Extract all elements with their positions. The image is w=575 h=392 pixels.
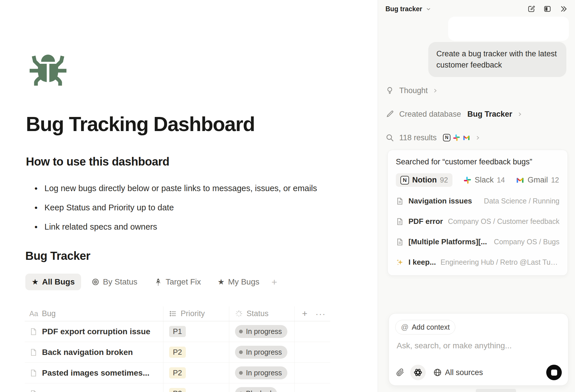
source-tab-count: 92 bbox=[440, 176, 448, 184]
agent-activity-list: Thought Created database Bug Tracker 118… bbox=[385, 79, 568, 149]
priority-cell[interactable]: P2 bbox=[163, 363, 229, 383]
priority-cell[interactable]: P1 bbox=[163, 321, 229, 342]
add-context-label: Add context bbox=[412, 323, 450, 331]
all-sources-button[interactable]: All sources bbox=[433, 368, 483, 377]
empty-cell bbox=[295, 321, 330, 342]
slack-logo bbox=[453, 134, 460, 141]
status-spinner-icon bbox=[235, 310, 243, 318]
composer-input[interactable]: Ask, search, or make anything... bbox=[397, 341, 512, 350]
stop-icon bbox=[551, 370, 557, 376]
chevron-down-icon[interactable] bbox=[426, 6, 431, 12]
status-cell[interactable]: In progress bbox=[229, 363, 295, 383]
panel-header: Bug tracker bbox=[378, 0, 575, 18]
status-cell[interactable]: In progress bbox=[229, 321, 295, 342]
view-tab-label: By Status bbox=[103, 277, 137, 287]
activity-value: Bug Tracker bbox=[467, 110, 512, 119]
view-tab-my-bugs[interactable]: ★ My Bugs bbox=[211, 274, 266, 290]
column-label: Bug bbox=[42, 309, 56, 318]
compose-icon[interactable] bbox=[527, 5, 535, 13]
globe-icon bbox=[433, 368, 442, 377]
search-result-row[interactable]: [Multiple Platforms][... Company OS / Bu… bbox=[396, 232, 559, 252]
empty-cell bbox=[295, 383, 330, 392]
priority-badge: P1 bbox=[169, 326, 186, 337]
bug-table: Aa Bug Priority Status bbox=[25, 306, 330, 392]
result-title: [Multiple Platforms][... bbox=[408, 237, 487, 246]
activity-search-results[interactable]: 118 results N bbox=[385, 126, 568, 149]
status-cell[interactable]: In progress bbox=[229, 342, 295, 362]
panel-toggle-icon[interactable] bbox=[543, 5, 551, 13]
search-result-row[interactable]: PDF error Company OS / Customer feedback bbox=[396, 211, 559, 232]
result-breadcrumb: Company OS / Bugs bbox=[494, 238, 559, 246]
status-dot-icon bbox=[239, 350, 243, 354]
status-label: In progress bbox=[246, 327, 282, 336]
bug-title-cell[interactable]: PDF export corruption issue bbox=[25, 321, 163, 342]
notion-logo: N bbox=[443, 134, 450, 141]
status-dot-icon bbox=[239, 371, 243, 375]
page-icon bbox=[29, 328, 37, 336]
gmail-logo bbox=[463, 134, 470, 142]
partially-scrolled-message bbox=[448, 17, 569, 41]
gmail-logo bbox=[516, 176, 524, 185]
column-label: Status bbox=[247, 309, 269, 318]
status-badge: In progress bbox=[235, 346, 287, 359]
column-header-status[interactable]: Status bbox=[229, 306, 295, 321]
table-row[interactable]: Back navigation broken P2 In progress bbox=[25, 342, 330, 363]
activity-thought[interactable]: Thought bbox=[385, 79, 568, 102]
view-tab-by-status[interactable]: By Status bbox=[85, 274, 144, 290]
stop-button[interactable] bbox=[546, 365, 562, 380]
sparkles-icon bbox=[396, 258, 404, 266]
page-icon bbox=[29, 348, 37, 356]
search-result-row[interactable]: I keep... Engineering Hub / Retro @Last … bbox=[396, 252, 559, 272]
document-area: Bug Tracking Dashboard How to use this d… bbox=[0, 0, 378, 392]
table-more-button[interactable]: ··· bbox=[316, 309, 326, 319]
double-chevron-right-icon[interactable] bbox=[559, 5, 568, 13]
status-cell[interactable]: Blocked bbox=[229, 383, 295, 392]
search-result-row[interactable]: Navigation issues Data Science / Running bbox=[396, 191, 559, 211]
status-label: In progress bbox=[246, 369, 282, 377]
source-tab-label: Notion bbox=[412, 176, 437, 185]
bug-title-cell[interactable] bbox=[25, 383, 163, 392]
bug-title-cell[interactable]: Pasted images sometimes... bbox=[25, 363, 163, 383]
all-sources-label: All sources bbox=[445, 368, 483, 377]
view-tab-label: All Bugs bbox=[42, 277, 75, 287]
bug-title-cell[interactable]: Back navigation broken bbox=[25, 342, 163, 362]
source-tab-slack[interactable]: Slack 14 bbox=[463, 176, 505, 185]
column-header-bug[interactable]: Aa Bug bbox=[25, 306, 163, 321]
source-tab-gmail[interactable]: Gmail 12 bbox=[516, 176, 559, 185]
source-tab-notion[interactable]: N Notion 92 bbox=[396, 173, 452, 187]
list-icon bbox=[169, 310, 177, 318]
activity-label: 118 results bbox=[399, 133, 437, 142]
search-card-title: Searched for “customer feedback bugs” bbox=[396, 157, 559, 166]
howto-heading: How to use this dashboard bbox=[26, 155, 169, 168]
panel-title[interactable]: Bug tracker bbox=[385, 5, 422, 13]
model-selector[interactable] bbox=[410, 365, 426, 380]
source-tabs: N Notion 92 Slack 14 bbox=[396, 173, 559, 187]
view-tab-all-bugs[interactable]: ★ All Bugs bbox=[25, 274, 81, 290]
priority-cell[interactable]: P2 bbox=[163, 342, 229, 362]
column-header-priority[interactable]: Priority bbox=[163, 306, 229, 321]
view-tab-target-fix[interactable]: Target Fix bbox=[148, 274, 207, 290]
priority-cell[interactable]: P2 bbox=[163, 383, 229, 392]
openai-logo bbox=[413, 368, 423, 377]
add-column-button[interactable]: + bbox=[302, 308, 307, 319]
search-icon bbox=[385, 133, 394, 142]
ai-side-panel: Bug tracker Create a bug tracker with th… bbox=[378, 0, 575, 392]
howto-bullet: Keep Status and Priority up to date bbox=[35, 198, 317, 217]
table-row[interactable]: PDF export corruption issue P1 In progre… bbox=[25, 321, 330, 342]
pencil-icon bbox=[385, 110, 394, 118]
panel-header-actions bbox=[527, 5, 568, 13]
add-context-button[interactable]: @ Add context bbox=[395, 320, 455, 335]
bug-title: Back navigation broken bbox=[42, 348, 133, 357]
table-header: Aa Bug Priority Status bbox=[25, 306, 330, 321]
chevron-right-icon bbox=[433, 88, 438, 93]
table-row-partial[interactable]: P2 Blocked bbox=[25, 383, 330, 392]
bug-page-icon bbox=[29, 52, 67, 86]
attachment-icon[interactable] bbox=[396, 368, 404, 377]
activity-created-database[interactable]: Created database Bug Tracker bbox=[385, 102, 568, 126]
source-tab-count: 12 bbox=[551, 176, 559, 184]
priority-badge: P2 bbox=[169, 367, 186, 378]
document-icon bbox=[396, 218, 404, 226]
table-row[interactable]: Pasted images sometimes... P2 In progres… bbox=[25, 363, 330, 383]
chat-composer[interactable]: @ Add context Ask, search, or make anyth… bbox=[389, 313, 568, 386]
add-view-button[interactable]: + bbox=[272, 276, 277, 288]
